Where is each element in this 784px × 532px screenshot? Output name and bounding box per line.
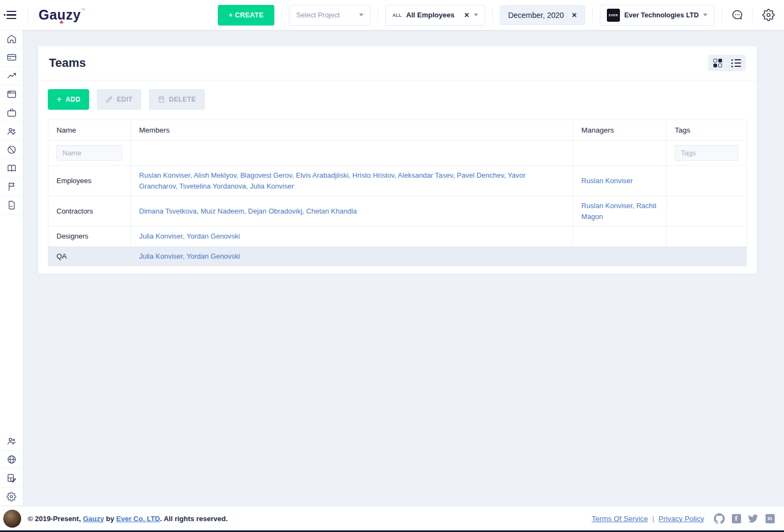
team-tags xyxy=(667,196,747,227)
add-button-label: ADD xyxy=(66,96,80,103)
twitter-icon[interactable] xyxy=(748,513,758,524)
table-row-designers[interactable]: Designers Julia Konviser, Yordan Genovsk… xyxy=(48,227,747,247)
table-row-contractors[interactable]: Contractors Dimana Tsvetkova, Muiz Nadee… xyxy=(48,196,747,227)
sidebar-item-goals[interactable] xyxy=(0,178,23,196)
sidebar-item-accounting[interactable] xyxy=(0,48,23,67)
organization-name: Ever Technologies LTD xyxy=(624,11,699,19)
table-row-qa[interactable]: QA Julia Konviser, Yordan Genovski xyxy=(48,246,747,266)
header-divider xyxy=(722,8,722,22)
sidebar-item-tasks[interactable] xyxy=(0,85,23,104)
credit-card-icon xyxy=(7,52,17,62)
left-sidebar xyxy=(0,30,23,506)
members-filter-cell xyxy=(131,141,573,166)
sidebar-item-settings[interactable] xyxy=(0,487,23,506)
team-members: Julia Konviser, Yordan Genovski xyxy=(131,227,573,247)
gauzy-logo[interactable]: Gauzy™ xyxy=(39,7,85,23)
grid-view-icon[interactable] xyxy=(712,58,723,68)
date-range-value: December, 2020 xyxy=(508,11,564,20)
add-button[interactable]: + ADD xyxy=(48,89,89,110)
table-row-employees[interactable]: Employees Ruslan Konviser, Alish Meklyov… xyxy=(48,166,747,196)
sidebar-item-jobs[interactable] xyxy=(0,104,23,122)
team-name: Employees xyxy=(48,166,131,196)
header-divider xyxy=(592,8,593,22)
edit-button[interactable]: EDIT xyxy=(97,89,141,110)
globe-icon xyxy=(7,454,17,465)
sidebar-item-language[interactable] xyxy=(0,450,23,469)
logo-accent-letter: u xyxy=(57,7,66,23)
briefcase-icon xyxy=(7,108,17,118)
date-range-picker[interactable]: December, 2020 ✕ xyxy=(500,5,585,25)
project-select[interactable]: Select Project xyxy=(289,5,371,26)
project-select-placeholder: Select Project xyxy=(296,11,340,19)
table-toolbar: + ADD EDIT DELETE xyxy=(48,89,747,110)
team-members: Dimana Tsvetkova, Muiz Nadeem, Dejan Obr… xyxy=(131,196,573,227)
sidebar-item-reports[interactable] xyxy=(0,196,23,215)
team-managers: Ruslan Konviser, Rachit Magon xyxy=(573,196,667,227)
file-text-icon xyxy=(7,200,17,210)
team-managers xyxy=(573,246,667,266)
team-managers: Ruslan Konviser xyxy=(573,166,667,196)
pencil-icon xyxy=(105,96,113,103)
sidebar-spacer xyxy=(0,215,23,432)
create-button[interactable]: + CREATE xyxy=(218,5,274,26)
trademark-symbol: ™ xyxy=(81,8,86,12)
delete-button[interactable]: DELETE xyxy=(149,89,205,110)
copyright-prefix: © 2019-Present, xyxy=(28,515,81,523)
theme-icon xyxy=(7,473,17,483)
column-header-members[interactable]: Members xyxy=(131,120,573,141)
rights-text: . All rights reserved. xyxy=(160,515,228,523)
home-icon xyxy=(7,34,17,44)
book-open-icon xyxy=(7,163,17,173)
page-title: Teams xyxy=(49,56,86,70)
privacy-policy-link[interactable]: Privacy Policy xyxy=(658,515,704,523)
github-icon[interactable] xyxy=(714,513,725,524)
browser-icon xyxy=(7,89,17,99)
header-divider xyxy=(492,8,493,22)
header-divider xyxy=(281,8,282,22)
gear-icon xyxy=(7,492,16,502)
team-name: Designers xyxy=(48,227,131,247)
list-view-icon[interactable] xyxy=(731,58,742,68)
sidebar-item-organization[interactable] xyxy=(0,141,23,159)
teams-card: Teams + ADD EDIT xyxy=(38,46,757,274)
team-tags xyxy=(667,166,747,196)
sidebar-item-sales[interactable] xyxy=(0,67,23,85)
people-icon xyxy=(7,126,17,136)
column-header-name[interactable]: Name xyxy=(48,120,131,141)
all-badge: ALL xyxy=(392,12,402,18)
organization-select[interactable]: EVER Ever Technologies LTD xyxy=(600,5,714,26)
linkedin-icon[interactable]: in xyxy=(764,513,775,524)
logo-text-suffix: zy xyxy=(66,7,80,23)
sidebar-item-users[interactable] xyxy=(0,432,23,450)
table-filter-row xyxy=(48,141,747,166)
team-members: Julia Konviser, Yordan Genovski xyxy=(131,246,573,266)
settings-gear-icon[interactable] xyxy=(760,7,776,23)
team-tags xyxy=(667,246,747,266)
facebook-icon[interactable]: f xyxy=(731,513,742,524)
compass-icon xyxy=(7,145,17,155)
clear-icon[interactable]: ✕ xyxy=(572,11,577,19)
gauzy-footer-link[interactable]: Gauzy xyxy=(83,515,104,523)
trash-icon xyxy=(158,96,165,103)
team-members: Ruslan Konviser, Alish Meklyov, Blagoves… xyxy=(131,166,573,196)
tags-filter-input[interactable] xyxy=(675,145,738,161)
sidebar-item-knowledge-base[interactable] xyxy=(0,159,23,178)
header-divider xyxy=(752,8,753,22)
employee-select[interactable]: ALL All Employees ✕ xyxy=(385,5,485,26)
header-divider xyxy=(28,8,28,22)
column-header-tags[interactable]: Tags xyxy=(667,120,747,141)
trending-up-icon xyxy=(7,71,17,81)
sidebar-item-theme[interactable] xyxy=(0,469,23,487)
team-name: QA xyxy=(48,246,131,266)
ever-co-link[interactable]: Ever Co. LTD xyxy=(116,515,160,523)
terms-of-service-link[interactable]: Terms Of Service xyxy=(592,515,648,523)
chevron-down-icon xyxy=(474,14,478,16)
column-header-managers[interactable]: Managers xyxy=(573,120,667,141)
users-icon xyxy=(7,436,17,446)
name-filter-input[interactable] xyxy=(57,145,122,161)
menu-toggle-icon[interactable] xyxy=(7,8,21,22)
clear-icon[interactable]: ✕ xyxy=(464,11,469,19)
sidebar-item-employees[interactable] xyxy=(0,122,23,141)
sidebar-item-dashboard[interactable] xyxy=(0,30,23,48)
chat-icon[interactable] xyxy=(729,7,745,23)
